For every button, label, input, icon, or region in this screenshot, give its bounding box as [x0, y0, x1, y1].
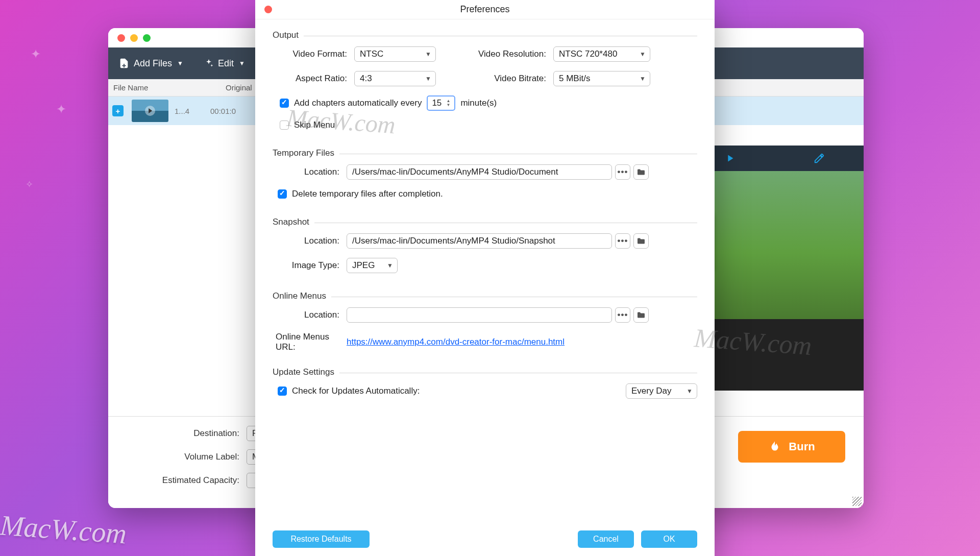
ellipsis-icon: •••: [618, 236, 628, 246]
preferences-dialog: Preferences Output Video Format: NTSC▼ V…: [255, 0, 715, 556]
online-menus-section: Online Menus Location: ••• Online Menus …: [273, 297, 697, 352]
close-icon[interactable]: [117, 34, 125, 42]
edit-label: Edit: [218, 58, 234, 69]
online-browse-button[interactable]: •••: [615, 307, 630, 323]
ellipsis-icon: •••: [618, 167, 628, 177]
temp-location-label: Location:: [273, 167, 347, 177]
stepper-arrows-icon[interactable]: ▲▼: [446, 97, 453, 109]
play-icon: [149, 108, 152, 113]
col-original: Original: [226, 83, 252, 92]
volume-label-label: Volume Label:: [121, 452, 247, 462]
online-location-input[interactable]: [347, 307, 612, 323]
aspect-ratio-label: Aspect Ratio:: [273, 74, 354, 84]
snapshot-section: Snapshot Location: /Users/mac-lin/Docume…: [273, 223, 697, 273]
add-chapters-label: Add chapters automatically every: [294, 98, 422, 108]
chevron-down-icon: ▼: [640, 75, 646, 82]
temp-location-input[interactable]: /Users/mac-lin/Documents/AnyMP4 Studio/D…: [347, 164, 612, 180]
add-file-badge-icon[interactable]: +: [112, 105, 124, 116]
col-file-name: File Name: [113, 83, 226, 92]
aspect-ratio-select[interactable]: 4:3▼: [354, 71, 436, 86]
prefs-title-bar: Preferences: [255, 0, 715, 19]
restore-defaults-button[interactable]: Restore Defaults: [273, 530, 370, 548]
delete-temp-checkbox[interactable]: [278, 189, 287, 199]
flame-icon: [768, 440, 781, 453]
snapshot-location-input[interactable]: /Users/mac-lin/Documents/AnyMP4 Studio/S…: [347, 233, 612, 249]
destination-label: Destination:: [121, 428, 247, 439]
temp-open-folder-button[interactable]: [633, 164, 649, 180]
chevron-down-icon: ▼: [687, 388, 693, 395]
online-legend: Online Menus: [273, 291, 331, 301]
delete-temp-label: Delete temporary files after completion.: [292, 189, 443, 199]
close-icon[interactable]: [264, 6, 272, 13]
ellipsis-icon: •••: [618, 310, 628, 320]
folder-icon: [636, 311, 646, 319]
folder-icon: [636, 168, 646, 176]
prefs-footer: Restore Defaults Cancel OK: [255, 524, 715, 556]
snapshot-legend: Snapshot: [273, 217, 314, 227]
check-updates-label: Check for Updates Automatically:: [292, 386, 420, 396]
preview-edit-icon[interactable]: [814, 153, 825, 164]
video-format-label: Video Format:: [273, 49, 354, 59]
add-files-label: Add Files: [134, 58, 172, 69]
temp-legend: Temporary Files: [273, 148, 339, 158]
snapshot-location-label: Location:: [273, 236, 347, 246]
ok-button[interactable]: OK: [641, 530, 697, 548]
file-name-text: 1...4: [175, 107, 210, 115]
chevron-down-icon: ▼: [425, 75, 431, 82]
video-format-select[interactable]: NTSC▼: [354, 46, 436, 62]
folder-icon: [636, 237, 646, 245]
watermark: MacW.com: [0, 509, 128, 550]
chevron-down-icon: ▼: [640, 51, 646, 58]
video-bitrate-select[interactable]: 5 MBit/s▼: [553, 71, 650, 86]
add-files-button[interactable]: Add Files ▼: [118, 58, 183, 69]
traffic-lights: [117, 34, 151, 42]
zoom-icon[interactable]: [143, 34, 151, 42]
temp-files-section: Temporary Files Location: /Users/mac-lin…: [273, 154, 697, 199]
update-frequency-select[interactable]: Every Day▼: [626, 383, 697, 399]
add-chapters-checkbox[interactable]: [280, 99, 289, 108]
cancel-button[interactable]: Cancel: [578, 530, 634, 548]
sparkle-icon: [204, 58, 214, 68]
chapters-interval-stepper[interactable]: 15 ▲▼: [427, 95, 455, 111]
file-duration: 00:01:0: [210, 107, 236, 115]
burn-label: Burn: [789, 440, 815, 453]
video-resolution-select[interactable]: NTSC 720*480▼: [553, 46, 650, 62]
snapshot-open-folder-button[interactable]: [633, 233, 649, 249]
est-capacity-label: Estimated Capacity:: [121, 475, 247, 486]
prefs-title: Preferences: [460, 4, 509, 15]
resize-grip-icon[interactable]: [852, 497, 862, 506]
output-legend: Output: [273, 30, 304, 40]
burn-button[interactable]: Burn: [738, 431, 845, 463]
snapshot-browse-button[interactable]: •••: [615, 233, 630, 249]
video-resolution-label: Video Resolution:: [436, 49, 553, 59]
edit-button[interactable]: Edit ▼: [204, 58, 245, 69]
check-updates-checkbox[interactable]: [278, 386, 287, 396]
online-open-folder-button[interactable]: [633, 307, 649, 323]
skip-menu-checkbox[interactable]: [280, 120, 289, 130]
minutes-suffix: minute(s): [460, 98, 497, 108]
chevron-down-icon: ▼: [425, 51, 431, 58]
chevron-down-icon: ▼: [239, 60, 245, 67]
update-section: Update Settings Check for Updates Automa…: [273, 373, 697, 399]
temp-browse-button[interactable]: •••: [615, 164, 630, 180]
skip-menu-label: Skip Menu: [294, 120, 335, 130]
online-url-label: Online Menus URL:: [273, 332, 347, 352]
chevron-down-icon: ▼: [177, 60, 183, 67]
image-type-label: Image Type:: [273, 260, 347, 271]
output-section: Output Video Format: NTSC▼ Video Resolut…: [273, 36, 697, 130]
update-legend: Update Settings: [273, 367, 339, 377]
image-type-select[interactable]: JPEG▼: [347, 258, 398, 273]
prefs-body: Output Video Format: NTSC▼ Video Resolut…: [255, 19, 715, 524]
preview-play-icon[interactable]: [724, 153, 736, 164]
video-bitrate-label: Video Bitrate:: [436, 74, 553, 84]
online-location-label: Location:: [273, 310, 347, 320]
add-file-icon: [118, 58, 130, 69]
minimize-icon[interactable]: [130, 34, 138, 42]
video-thumbnail[interactable]: [132, 100, 168, 122]
chevron-down-icon: ▼: [387, 262, 393, 269]
online-menus-url-link[interactable]: https://www.anymp4.com/dvd-creator-for-m…: [347, 337, 565, 347]
